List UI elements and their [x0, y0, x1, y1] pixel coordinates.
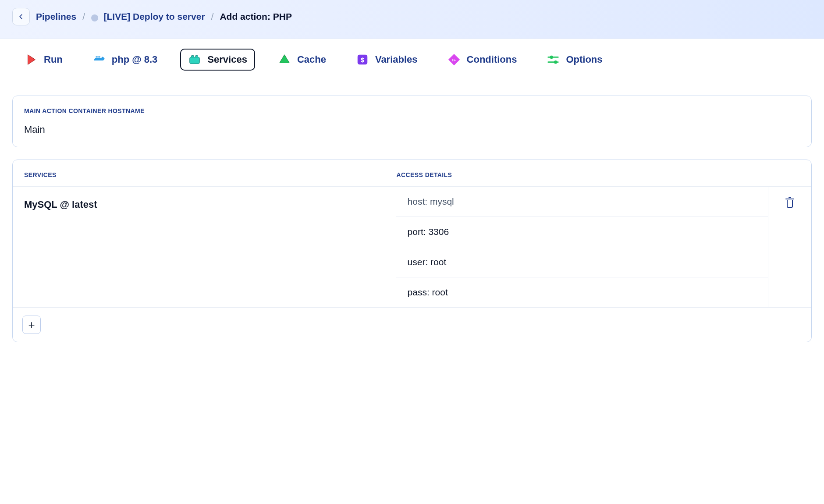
svg-rect-2	[99, 57, 100, 58]
breadcrumb-pipelines[interactable]: Pipelines	[36, 11, 76, 22]
chevron-left-icon	[18, 12, 24, 21]
services-footer: +	[13, 307, 811, 342]
conditions-icon: IF	[448, 53, 461, 66]
tab-conditions[interactable]: IF Conditions	[440, 50, 524, 70]
play-icon	[25, 53, 38, 66]
svg-point-12	[554, 60, 558, 64]
options-icon	[547, 53, 560, 66]
tab-php[interactable]: php @ 8.3	[85, 50, 165, 70]
services-columns-header: SERVICES ACCESS DETAILS	[13, 160, 811, 187]
breadcrumb-separator: /	[82, 11, 85, 22]
service-delete-cell	[768, 187, 811, 307]
access-user: user: root	[396, 247, 768, 277]
tab-run[interactable]: Run	[18, 50, 70, 70]
tab-label: Conditions	[467, 54, 517, 65]
svg-text:IF: IF	[452, 58, 456, 62]
svg-rect-1	[97, 57, 99, 58]
content-area: MAIN ACTION CONTAINER HOSTNAME Main SERV…	[0, 83, 824, 367]
svg-rect-5	[195, 56, 198, 57]
services-panel: SERVICES ACCESS DETAILS MySQL @ latest h…	[12, 160, 812, 342]
tab-label: Services	[207, 54, 247, 65]
svg-rect-3	[190, 57, 200, 64]
tab-label: Variables	[375, 54, 418, 65]
breadcrumb-separator: /	[211, 11, 214, 22]
variables-icon: $	[356, 53, 369, 66]
col-header-services: SERVICES	[24, 171, 397, 178]
hostname-panel: MAIN ACTION CONTAINER HOSTNAME Main	[12, 96, 812, 147]
tab-variables[interactable]: $ Variables	[349, 50, 425, 70]
service-row: MySQL @ latest host: mysql port: 3306 us…	[13, 187, 811, 307]
svg-point-10	[550, 56, 554, 59]
tab-options[interactable]: Options	[540, 50, 609, 70]
service-name[interactable]: MySQL @ latest	[13, 187, 396, 307]
back-button[interactable]	[12, 8, 30, 25]
tab-label: Cache	[297, 54, 326, 65]
services-icon	[188, 53, 201, 66]
tabbar: Run php @ 8.3 Services Cache $ Variables…	[0, 39, 824, 83]
trash-icon	[785, 197, 795, 208]
cache-icon	[278, 53, 291, 66]
service-access-details: host: mysql port: 3306 user: root pass: …	[396, 187, 768, 307]
plus-icon: +	[28, 318, 35, 332]
svg-rect-4	[192, 56, 194, 57]
tab-cache[interactable]: Cache	[271, 50, 333, 70]
tab-services[interactable]: Services	[180, 49, 255, 71]
status-dot-icon	[91, 14, 98, 21]
col-header-access: ACCESS DETAILS	[397, 171, 800, 178]
page-header: Pipelines / [LIVE] Deploy to server / Ad…	[0, 0, 824, 39]
svg-text:$: $	[361, 56, 365, 64]
hostname-label: MAIN ACTION CONTAINER HOSTNAME	[24, 107, 800, 114]
breadcrumb-pipeline-label: [LIVE] Deploy to server	[104, 11, 205, 21]
docker-icon	[92, 53, 106, 66]
access-host: host: mysql	[396, 187, 768, 217]
breadcrumb: Pipelines / [LIVE] Deploy to server / Ad…	[12, 8, 812, 25]
add-service-button[interactable]: +	[22, 316, 41, 334]
hostname-value[interactable]: Main	[24, 124, 800, 135]
breadcrumb-pipeline-link[interactable]: [LIVE] Deploy to server	[91, 11, 205, 22]
tab-label: Run	[44, 54, 63, 65]
tab-label: Options	[566, 54, 602, 65]
delete-service-button[interactable]	[784, 196, 796, 209]
breadcrumb-current: Add action: PHP	[220, 11, 292, 22]
access-pass: pass: root	[396, 277, 768, 307]
access-port: port: 3306	[396, 217, 768, 247]
tab-label: php @ 8.3	[112, 54, 158, 65]
svg-rect-0	[96, 57, 97, 58]
